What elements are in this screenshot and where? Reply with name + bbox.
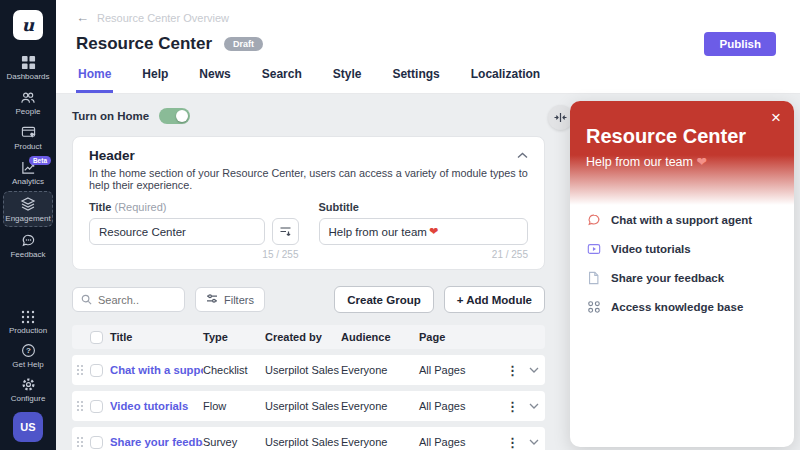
- preview-item-knowledge[interactable]: Access knowledge base: [586, 300, 778, 314]
- sidebar-item-dashboards[interactable]: Dashboards: [3, 51, 53, 84]
- chat-icon: [586, 213, 601, 227]
- preview-header: × Resource Center Help from our team ❤: [570, 101, 794, 205]
- col-page: Page: [419, 331, 497, 343]
- app-window: u Dashboards People Product Beta Analyt: [0, 0, 800, 450]
- add-module-button[interactable]: + Add Module: [444, 286, 545, 313]
- search-icon: [81, 291, 92, 309]
- col-type: Type: [203, 331, 265, 343]
- search-input[interactable]: [72, 287, 185, 312]
- card-title: Header: [89, 148, 135, 163]
- back-arrow-icon[interactable]: ←: [76, 10, 89, 25]
- sidebar-item-product[interactable]: Product: [3, 121, 53, 154]
- chevron-down-icon[interactable]: [529, 439, 539, 445]
- sidebar-item-label: Production: [9, 326, 47, 335]
- chevron-down-icon[interactable]: [529, 403, 539, 409]
- beta-badge: Beta: [29, 156, 51, 165]
- kebab-menu-icon[interactable]: ⋮: [506, 364, 519, 377]
- title-required-hint: (Required): [114, 201, 166, 213]
- header-card: Header In the home section of your Resou…: [72, 136, 545, 270]
- preview-title: Resource Center: [586, 125, 778, 148]
- tab-home[interactable]: Home: [76, 67, 113, 93]
- resource-center-preview: × Resource Center Help from our team ❤ C…: [570, 101, 794, 447]
- gear-icon: [21, 377, 36, 392]
- heart-icon: ❤: [696, 155, 706, 169]
- subtitle-input[interactable]: Help from our team ❤: [319, 218, 529, 245]
- production-icon: [21, 310, 35, 324]
- table-row: Video tutorials Flow Userpilot Sales Eve…: [72, 391, 545, 421]
- sidebar-item-configure[interactable]: Configure: [3, 373, 53, 406]
- people-icon: [20, 90, 36, 105]
- card-description: In the home section of your Resource Cen…: [89, 167, 528, 191]
- module-title-link[interactable]: Chat with a suppo...: [110, 364, 203, 376]
- filters-button[interactable]: Filters: [195, 287, 265, 312]
- sidebar-item-people[interactable]: People: [3, 86, 53, 119]
- tab-search[interactable]: Search: [260, 67, 304, 93]
- drag-handle-icon[interactable]: [76, 436, 90, 448]
- tab-news[interactable]: News: [197, 67, 232, 93]
- top-header: ← Resource Center Overview Resource Cent…: [56, 0, 800, 94]
- col-audience: Audience: [341, 331, 419, 343]
- row-checkbox[interactable]: [90, 400, 103, 413]
- table-header-row: Title Type Created by Audience Page: [72, 325, 545, 349]
- sidebar-item-label: Engagement: [5, 214, 50, 223]
- help-icon: ?: [21, 343, 36, 358]
- status-badge: Draft: [224, 37, 263, 51]
- publish-button[interactable]: Publish: [704, 32, 776, 56]
- sidebar-item-get-help[interactable]: ? Get Help: [3, 339, 53, 372]
- knowledge-grid-icon: [586, 300, 601, 314]
- preview-subtitle: Help from our team: [586, 155, 693, 169]
- sidebar: u Dashboards People Product Beta Analyt: [0, 0, 56, 450]
- row-checkbox[interactable]: [90, 436, 103, 449]
- tab-bar: Home Help News Search Style Settings Loc…: [76, 67, 776, 93]
- sidebar-item-feedback[interactable]: Feedback: [3, 229, 53, 262]
- sidebar-item-label: Configure: [11, 394, 46, 403]
- breadcrumb[interactable]: ← Resource Center Overview: [76, 10, 776, 25]
- sidebar-item-production[interactable]: Production: [3, 306, 53, 338]
- kebab-menu-icon[interactable]: ⋮: [506, 400, 519, 413]
- breadcrumb-label: Resource Center Overview: [97, 12, 229, 24]
- chevron-down-icon[interactable]: [529, 367, 539, 373]
- modules-table: Title Type Created by Audience Page Chat…: [72, 325, 545, 450]
- table-row: Share your feedba... Survey Userpilot Sa…: [72, 427, 545, 450]
- close-icon[interactable]: ×: [771, 109, 781, 126]
- video-icon: [586, 242, 601, 256]
- module-title-link[interactable]: Share your feedba...: [110, 436, 203, 448]
- drag-handle-icon[interactable]: [76, 400, 90, 412]
- col-title: Title: [110, 331, 203, 343]
- userpilot-logo: u: [13, 10, 43, 40]
- module-title-link[interactable]: Video tutorials: [110, 400, 203, 412]
- chevron-up-icon[interactable]: [517, 152, 528, 159]
- drag-handle-icon[interactable]: [76, 364, 90, 376]
- sidebar-item-label: People: [16, 107, 41, 116]
- sidebar-item-label: Product: [14, 142, 42, 151]
- sidebar-item-label: Feedback: [10, 250, 45, 259]
- tab-localization[interactable]: Localization: [469, 67, 542, 93]
- title-input[interactable]: [89, 218, 265, 245]
- sidebar-item-engagement[interactable]: Engagement: [3, 191, 53, 227]
- feedback-icon: [21, 233, 36, 248]
- preview-item-feedback[interactable]: Share your feedback: [586, 271, 778, 285]
- create-group-button[interactable]: Create Group: [334, 286, 434, 313]
- sidebar-item-label: Dashboards: [6, 72, 49, 81]
- sidebar-item-label: Analytics: [12, 177, 44, 186]
- preview-item-chat[interactable]: Chat with a support agent: [586, 213, 778, 227]
- text-options-icon[interactable]: [272, 218, 299, 245]
- table-row: Chat with a suppo... Checklist Userpilot…: [72, 355, 545, 385]
- sidebar-item-analytics[interactable]: Beta Analytics: [3, 156, 53, 189]
- preview-item-video[interactable]: Video tutorials: [586, 242, 778, 256]
- select-all-checkbox[interactable]: [90, 331, 103, 344]
- subtitle-char-count: 21 / 255: [319, 249, 529, 260]
- tab-style[interactable]: Style: [331, 67, 364, 93]
- user-avatar[interactable]: US: [13, 412, 43, 442]
- kebab-menu-icon[interactable]: ⋮: [506, 436, 519, 449]
- tab-help[interactable]: Help: [140, 67, 170, 93]
- row-checkbox[interactable]: [90, 364, 103, 377]
- svg-text:?: ?: [26, 346, 31, 355]
- turn-on-home-toggle[interactable]: [159, 108, 190, 124]
- content-area: Turn on Home Header In the home section …: [56, 94, 800, 450]
- product-icon: [21, 125, 36, 140]
- tab-settings[interactable]: Settings: [390, 67, 441, 93]
- title-char-count: 15 / 255: [89, 249, 299, 260]
- sidebar-item-label: Get Help: [12, 360, 44, 369]
- subtitle-field-label: Subtitle: [319, 201, 359, 213]
